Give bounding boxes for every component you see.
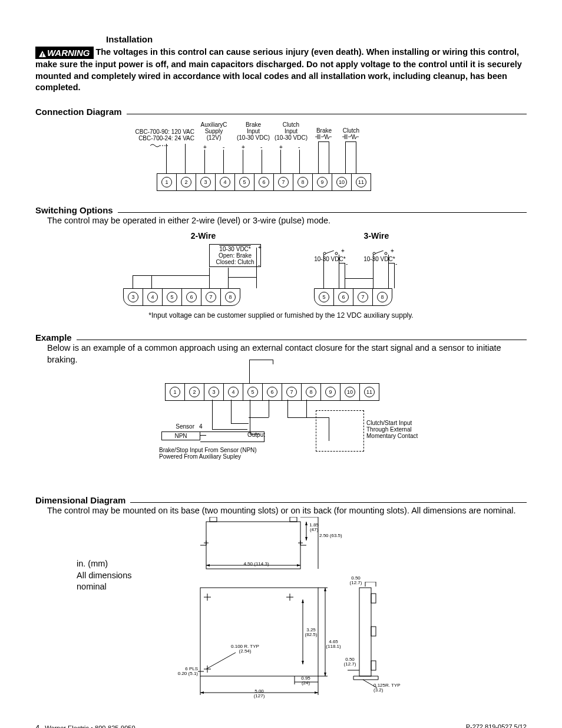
pm: + [258, 244, 262, 251]
units-note: in. (mm) All dimensions nominal [77, 558, 132, 593]
svg-marker-31 [302, 599, 304, 603]
svg-marker-32 [302, 661, 304, 664]
svg-marker-35 [324, 673, 326, 676]
three-wire-terminals: 5 6 7 8 [314, 288, 392, 306]
two-wire-terminals: 3 4 5 6 7 8 [123, 288, 240, 306]
pm: - [258, 262, 260, 268]
switching-diagrams: 2-Wire 10-30 VDC* Open: Brake Closed: Cl… [35, 231, 527, 319]
clutch-note: Clutch/Start Input Through External Mome… [366, 420, 449, 439]
terminal: 8 [293, 174, 313, 190]
switching-footnote: *Input voltage can be customer supplied … [35, 311, 527, 319]
clutch-out-label: Clutch [339, 127, 363, 141]
page-number: 4 [35, 723, 39, 728]
rule-line [130, 502, 527, 503]
warning-label-text: WARNING [47, 48, 90, 58]
three-wire-label: 10-30 VDC* [361, 256, 398, 262]
dashed-box [316, 410, 364, 452]
svg-text:!: ! [42, 52, 44, 57]
svg-marker-34 [324, 588, 326, 591]
example-terminals: 1 2 3 4 5 6 7 8 9 10 11 [165, 383, 379, 401]
output-label: Output [242, 431, 271, 438]
example-heading: Example [35, 332, 72, 342]
svg-point-8 [385, 252, 387, 255]
example-diagram: 1 2 3 4 5 6 7 8 9 10 11 Sensor 4 NPN Out… [153, 370, 483, 482]
top-view: 1.85(47) 2.50 (63.5) 4.50 (114.3) [200, 517, 353, 578]
svg-rect-41 [371, 594, 376, 603]
svg-point-5 [335, 252, 338, 255]
pm: - [395, 261, 397, 267]
page-footer: 4 Warner Electric • 800-825-9050 P-272 8… [35, 723, 527, 728]
dimensional-intro: The control may be mounted on its base (… [47, 505, 527, 517]
warning-badge: !WARNING [35, 47, 94, 59]
footer-left: Warner Electric • 800-825-9050 [45, 724, 135, 728]
terminal: 1 [157, 174, 177, 190]
terminal: 6 [254, 174, 274, 190]
footer-right: P-272 819-0527 5/12 [466, 723, 527, 728]
svg-rect-40 [359, 588, 371, 676]
connection-diagram: CBC-700-90: 120 VACCBC-700-24: 24 VAC Au… [135, 121, 430, 192]
rule-line [118, 212, 527, 213]
svg-marker-15 [206, 564, 210, 566]
svg-rect-11 [290, 517, 297, 522]
brake-input-label: BrakeInput(10-30 VDC) [236, 121, 271, 141]
svg-marker-16 [297, 564, 300, 566]
three-wire-title: 3-Wire [312, 231, 441, 241]
terminal: 7 [274, 174, 293, 190]
clutch-input-label: ClutchInput(10-30 VDC) [272, 121, 310, 141]
three-wire-label: 10-30 VDC* [312, 256, 348, 262]
installation-heading: Installation [106, 34, 527, 44]
switching-intro: The control may be operated in either 2-… [47, 215, 527, 227]
terminal: 2 [177, 174, 196, 190]
two-wire-box: 10-30 VDC* Open: Brake Closed: Clutch [209, 244, 261, 267]
svg-marker-25 [315, 691, 318, 694]
pm: + [341, 248, 345, 254]
warning-body: The voltages in this control can cause s… [35, 47, 522, 92]
terminal: 3 [196, 174, 216, 190]
pm: - [346, 261, 348, 267]
terminal: 11 [352, 174, 371, 190]
terminal: 10 [332, 174, 352, 190]
warning-paragraph: !WARNING The voltages in this control ca… [35, 47, 527, 94]
svg-marker-19 [305, 537, 308, 541]
two-wire-title: 2-Wire [121, 231, 286, 241]
svg-rect-43 [371, 661, 376, 670]
terminal: 9 [313, 174, 332, 190]
terminal: 4 [216, 174, 235, 190]
brake-out-label: Brake [312, 127, 336, 141]
connection-heading: Connection Diagram [35, 107, 122, 117]
svg-marker-24 [200, 691, 204, 694]
svg-line-7 [375, 251, 384, 253]
sensor-label: Sensor [165, 423, 194, 430]
terminal: 5 [235, 174, 254, 190]
rule-line [127, 114, 527, 114]
switching-heading: Switching Options [35, 205, 113, 215]
connection-terminals: 1 2 3 4 5 6 7 8 9 10 11 [157, 173, 371, 191]
svg-line-38 [206, 653, 236, 669]
svg-rect-10 [210, 517, 217, 522]
brake-note: Brake/Stop Input From Sensor (NPN) Power… [159, 447, 312, 460]
npn-box: NPN [161, 431, 200, 440]
front-side-view: 3.25(82.5) 4.65(118.1) 0.50(12.7) 0.50(1… [177, 582, 412, 701]
rule-line [77, 340, 527, 340]
sensor-4: 4 [199, 423, 203, 430]
example-intro: Below is an example of a common approach… [47, 342, 527, 365]
pm: + [391, 248, 394, 254]
aux-label: AuxiliaryCSupply(12V) [199, 121, 229, 141]
model-label: CBC-700-90: 120 VACCBC-700-24: 24 VAC [124, 129, 194, 149]
dimensional-heading: Dimensional Diagram [35, 495, 125, 505]
dimensional-diagram-area: in. (mm) All dimensions nominal 1.8 [35, 517, 527, 706]
svg-line-4 [326, 251, 334, 253]
svg-rect-42 [371, 627, 376, 636]
